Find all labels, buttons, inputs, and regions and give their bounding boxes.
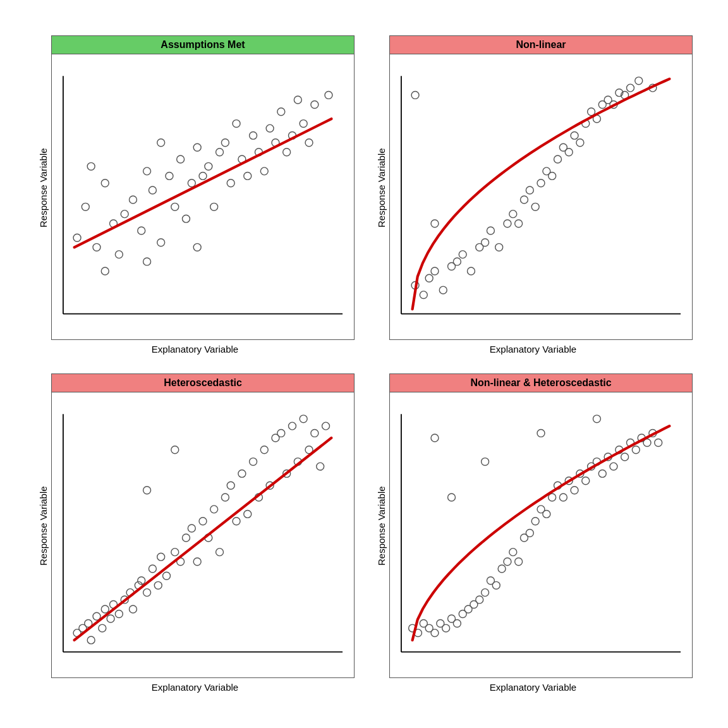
svg-point-65 — [515, 220, 523, 228]
y-axis-label: Response Variable — [35, 35, 51, 340]
svg-point-121 — [221, 494, 229, 501]
svg-point-58 — [467, 267, 475, 275]
svg-point-8 — [121, 210, 128, 218]
svg-point-32 — [266, 124, 274, 132]
panel-title: Heteroscedastic — [51, 373, 355, 392]
svg-point-101 — [115, 610, 123, 618]
svg-point-42 — [101, 267, 109, 275]
svg-point-191 — [482, 458, 489, 466]
svg-point-12 — [149, 186, 156, 194]
svg-point-179 — [598, 470, 606, 477]
svg-point-62 — [495, 243, 503, 251]
svg-point-104 — [129, 605, 136, 613]
svg-point-185 — [632, 446, 640, 454]
svg-point-9 — [129, 196, 136, 203]
svg-point-5 — [101, 179, 109, 187]
svg-point-31 — [260, 167, 268, 175]
svg-point-192 — [431, 434, 439, 442]
svg-point-115 — [188, 525, 195, 532]
svg-point-128 — [260, 446, 268, 454]
panel-inner: Response Variable Heteroscedastic — [35, 373, 355, 678]
svg-point-64 — [509, 210, 517, 218]
svg-point-11 — [143, 167, 151, 175]
x-axis-label: Explanatory Variable — [490, 678, 576, 693]
svg-point-141 — [171, 446, 179, 454]
svg-point-181 — [610, 463, 617, 470]
svg-point-135 — [300, 415, 307, 423]
svg-point-151 — [442, 624, 450, 632]
panel-inner: Response Variable Non-linear & Heterosce… — [373, 373, 693, 678]
svg-point-68 — [531, 203, 539, 210]
svg-point-22 — [210, 203, 218, 210]
svg-point-176 — [582, 477, 590, 485]
svg-point-67 — [526, 186, 533, 194]
svg-point-66 — [520, 196, 528, 203]
scatter-plot — [389, 392, 693, 678]
svg-point-44 — [143, 258, 151, 265]
svg-point-26 — [233, 120, 240, 128]
panel-title: Assumptions Met — [51, 35, 355, 54]
svg-point-7 — [115, 251, 123, 258]
svg-point-169 — [543, 510, 550, 518]
svg-point-57 — [459, 251, 466, 258]
scatter-plot — [389, 54, 693, 340]
svg-point-114 — [182, 534, 190, 542]
svg-point-119 — [210, 506, 218, 513]
panel-inner: Response Variable Non-linear — [373, 35, 693, 340]
svg-point-189 — [655, 439, 662, 446]
svg-point-52 — [425, 274, 433, 282]
main-grid: Response Variable Assumptions Met Explan… — [16, 16, 712, 712]
svg-point-76 — [576, 139, 584, 147]
svg-point-69 — [537, 179, 545, 187]
svg-point-19 — [193, 143, 201, 151]
svg-point-25 — [227, 179, 234, 187]
chart-container: Non-linear & Heteroscedastic — [389, 373, 693, 678]
svg-point-108 — [149, 565, 156, 573]
svg-point-160 — [492, 581, 500, 589]
svg-point-133 — [289, 422, 296, 430]
svg-line-47 — [75, 119, 332, 247]
svg-point-193 — [537, 429, 545, 437]
svg-point-162 — [504, 558, 511, 566]
svg-point-75 — [571, 131, 578, 139]
svg-point-41 — [325, 91, 332, 99]
svg-point-35 — [283, 149, 291, 156]
svg-point-139 — [322, 422, 330, 430]
svg-line-142 — [75, 438, 332, 640]
svg-point-120 — [216, 549, 224, 556]
svg-point-39 — [305, 139, 313, 147]
svg-point-74 — [565, 149, 573, 156]
svg-point-88 — [411, 91, 419, 99]
svg-point-21 — [205, 162, 212, 170]
svg-point-61 — [487, 227, 494, 234]
svg-point-46 — [157, 139, 165, 147]
svg-point-38 — [300, 120, 307, 128]
scatter-plot — [51, 54, 355, 340]
scatter-plot — [51, 392, 355, 678]
svg-point-157 — [476, 596, 483, 604]
y-axis-label: Response Variable — [373, 35, 389, 340]
svg-point-117 — [199, 518, 207, 525]
panel-inner: Response Variable Assumptions Met — [35, 35, 355, 340]
svg-point-15 — [171, 203, 179, 210]
svg-point-98 — [101, 605, 109, 613]
svg-point-4 — [93, 243, 100, 251]
svg-point-95 — [87, 636, 95, 644]
svg-point-164 — [515, 558, 523, 566]
svg-point-63 — [504, 220, 511, 228]
y-axis-label: Response Variable — [373, 373, 389, 678]
svg-point-109 — [154, 581, 162, 589]
svg-point-3 — [82, 203, 89, 210]
svg-point-166 — [526, 530, 533, 537]
svg-point-190 — [448, 494, 456, 501]
svg-point-194 — [593, 415, 600, 423]
svg-point-112 — [171, 549, 179, 556]
svg-point-138 — [317, 463, 324, 470]
svg-point-167 — [531, 518, 539, 525]
svg-point-85 — [627, 84, 634, 92]
svg-point-97 — [99, 624, 106, 632]
svg-point-17 — [182, 215, 190, 222]
svg-point-40 — [311, 100, 318, 108]
svg-point-24 — [221, 139, 229, 147]
svg-point-51 — [420, 291, 427, 299]
